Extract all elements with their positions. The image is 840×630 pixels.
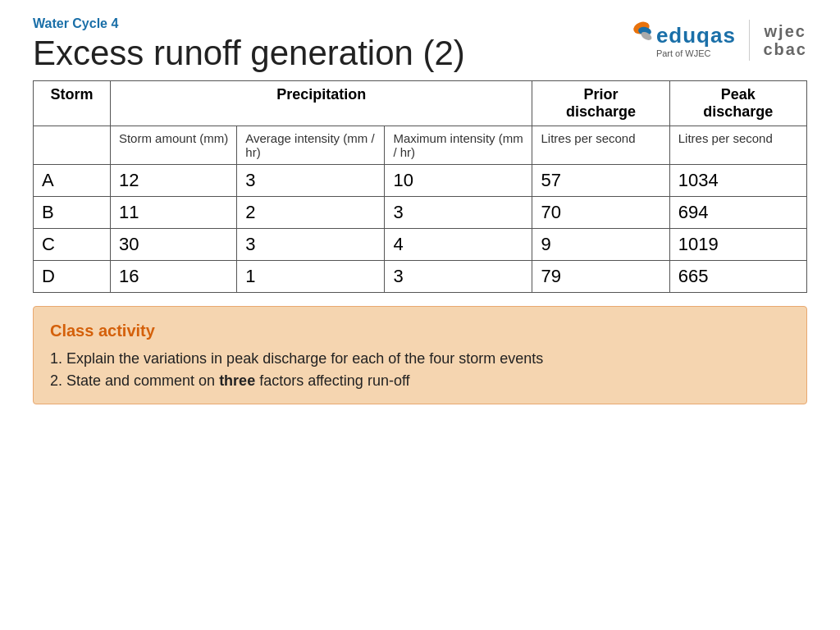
title-block: Water Cycle 4 Excess runoff generation (… [33, 16, 465, 72]
table-row: B 11 2 3 70 694 [34, 197, 807, 229]
eduqas-brand: eduqas [656, 23, 736, 48]
activity-title: Class activity [50, 318, 790, 343]
cell-amount: 30 [110, 229, 236, 261]
cell-peak: 1034 [669, 165, 806, 197]
cell-prior: 9 [532, 229, 669, 261]
cell-amount: 16 [110, 261, 236, 293]
cell-avg-intensity: 3 [237, 229, 385, 261]
subheader-prior: Litres per second [532, 126, 669, 165]
activity-line2: 2. State and comment on three factors af… [50, 370, 790, 392]
main-title: Excess runoff generation (2) [33, 34, 465, 72]
activity-box: Class activity 1. Explain the variations… [33, 306, 807, 404]
cell-prior: 79 [532, 261, 669, 293]
table-header-row-1: Storm Precipitation Priordischarge Peakd… [34, 81, 807, 126]
cell-amount: 11 [110, 197, 236, 229]
cell-peak: 665 [669, 261, 806, 293]
cell-storm: D [34, 261, 111, 293]
cell-avg-intensity: 1 [237, 261, 385, 293]
cell-amount: 12 [110, 165, 236, 197]
table-row: C 30 3 4 9 1019 [34, 229, 807, 261]
activity-line2-before: 2. State and comment on [50, 372, 219, 389]
cell-max-intensity: 3 [385, 197, 532, 229]
cell-storm: B [34, 197, 111, 229]
cell-storm: A [34, 165, 111, 197]
cell-peak: 694 [669, 197, 806, 229]
subheader-max-intensity: Maximum intensity (mm / hr) [385, 126, 532, 165]
wjec-label: wjec [765, 22, 806, 40]
cbac-label: cbac [763, 40, 807, 58]
cell-storm: C [34, 229, 111, 261]
table-header-row-2: Storm amount (mm) Average intensity (mm … [34, 126, 807, 165]
activity-line2-after: factors affecting run-off [255, 372, 409, 389]
cell-max-intensity: 10 [385, 165, 532, 197]
subheader-amount: Storm amount (mm) [110, 126, 236, 165]
cell-max-intensity: 3 [385, 261, 532, 293]
table-row: A 12 3 10 57 1034 [34, 165, 807, 197]
col-header-storm: Storm [34, 81, 111, 126]
cell-avg-intensity: 2 [237, 197, 385, 229]
eduqas-bird-icon [623, 20, 653, 49]
logo-divider [749, 20, 751, 61]
cell-prior: 70 [532, 197, 669, 229]
cell-avg-intensity: 3 [237, 165, 385, 197]
eduqas-sub: Part of WJEC [656, 48, 711, 58]
logo-area: eduqas Part of WJEC wjec cbac [623, 20, 807, 61]
cell-peak: 1019 [669, 229, 806, 261]
data-table: Storm Precipitation Priordischarge Peakd… [33, 80, 807, 293]
col-header-peak: Peakdischarge [669, 81, 806, 126]
subheader-storm [34, 126, 111, 165]
activity-line2-bold: three [219, 372, 255, 389]
water-cycle-label: Water Cycle 4 [33, 16, 465, 31]
page-header: Water Cycle 4 Excess runoff generation (… [33, 16, 807, 72]
cell-max-intensity: 4 [385, 229, 532, 261]
activity-line1: 1. Explain the variations in peak discha… [50, 348, 790, 370]
subheader-avg-intensity: Average intensity (mm / hr) [237, 126, 385, 165]
col-header-prior: Priordischarge [532, 81, 669, 126]
table-body: A 12 3 10 57 1034 B 11 2 3 70 694 C 30 3… [34, 165, 807, 293]
wjec-logo: wjec cbac [763, 22, 807, 58]
col-header-precipitation: Precipitation [110, 81, 532, 126]
table-row: D 16 1 3 79 665 [34, 261, 807, 293]
subheader-peak: Litres per second [669, 126, 806, 165]
cell-prior: 57 [532, 165, 669, 197]
